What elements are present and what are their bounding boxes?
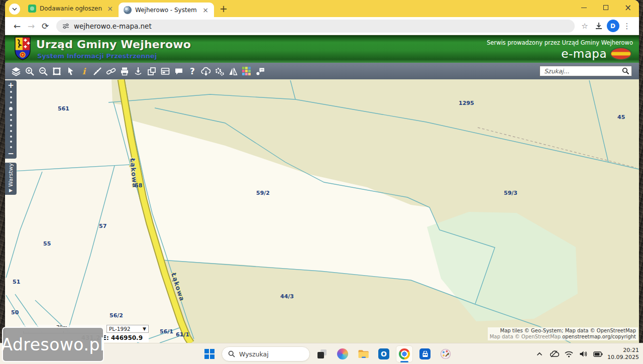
svg-text:59/2: 59/2	[256, 190, 270, 196]
outlook-button[interactable]: O	[375, 345, 392, 362]
browser-menu-icon[interactable]: ⋮	[620, 19, 634, 33]
map-attribution: Map tiles © Geo-System; Map data © OpenS…	[488, 327, 638, 340]
onedrive-icon[interactable]	[549, 349, 559, 359]
service-note: Serwis prowadzony przez Urząd Gminy Wejh…	[487, 39, 633, 46]
maximize-button[interactable]	[595, 0, 617, 15]
search-icon	[228, 350, 235, 357]
desktop-wallpaper: Dodawanie ogłoszenia | Otodo × Wejherowo…	[0, 0, 643, 364]
emapa-brand: e-mapa	[561, 47, 607, 60]
info-icon[interactable]: i	[77, 64, 90, 78]
map-canvas[interactable]: Łąkowa Łąkowa 561 1295 45 58 59/2 59/3 5…	[5, 79, 639, 343]
wifi-icon[interactable]	[564, 349, 574, 359]
tab-search-button[interactable]	[9, 4, 20, 15]
task-view-button[interactable]	[313, 345, 331, 362]
svg-text:i: i	[82, 66, 86, 76]
reload-button[interactable]: ⟳	[38, 19, 52, 33]
layers-icon[interactable]	[9, 64, 23, 78]
svg-text:44/3: 44/3	[280, 293, 294, 300]
zoom-out-button[interactable]: −	[8, 150, 14, 157]
zoom-in-button[interactable]: +	[8, 82, 14, 89]
battery-icon[interactable]	[593, 349, 603, 359]
svg-text:561: 561	[58, 105, 69, 112]
svg-text:57: 57	[99, 223, 106, 229]
start-button[interactable]	[201, 345, 218, 362]
tab-title: Dodawanie ogłoszenia | Otodo	[40, 5, 102, 12]
layers-panel-tab[interactable]: Warstwy ▶	[5, 163, 17, 195]
svg-text:51: 51	[13, 279, 20, 285]
cloud-services-icon[interactable]	[199, 64, 212, 78]
new-tab-button[interactable]: +	[217, 2, 230, 15]
crs-selector[interactable]: PL-1992 ▼	[106, 325, 149, 333]
feedback-icon[interactable]	[253, 64, 267, 78]
duplicate-view-icon[interactable]	[145, 64, 158, 78]
volume-icon[interactable]	[578, 349, 588, 359]
forward-button[interactable]: →	[24, 19, 38, 33]
map-search-box[interactable]	[540, 66, 632, 76]
bookmark-star-icon[interactable]: ☆	[578, 19, 592, 33]
expand-triangle-icon: ▶	[9, 188, 13, 193]
close-window-button[interactable]: ×	[617, 0, 639, 15]
composition-grid-icon[interactable]	[240, 64, 253, 78]
svg-text:?: ?	[190, 66, 195, 76]
tab-title: Wejherowo - System Informacj	[135, 7, 197, 14]
zoom-control[interactable]: + −	[5, 80, 17, 159]
print-icon[interactable]	[118, 64, 131, 78]
microsoft-store-button[interactable]	[416, 345, 434, 362]
downloads-icon[interactable]	[592, 19, 606, 33]
point-marker-icon[interactable]	[131, 64, 145, 78]
mirror-icon[interactable]	[226, 64, 240, 78]
select-extent-icon[interactable]	[50, 64, 63, 78]
link-icon[interactable]	[104, 64, 118, 78]
taskbar-search[interactable]: Wyszukaj	[222, 346, 310, 361]
window-controls: ×	[573, 0, 639, 15]
outlook-icon: O	[378, 348, 389, 359]
back-button[interactable]: ←	[10, 19, 24, 33]
svg-text:59/3: 59/3	[504, 190, 517, 196]
browser-toolbar: ← → ⟳ ☆ D ⋮	[5, 17, 639, 35]
close-tab-icon[interactable]: ×	[201, 6, 210, 14]
layout-panels-icon[interactable]	[158, 64, 172, 78]
task-view-icon	[317, 349, 327, 358]
coat-of-arms	[14, 37, 31, 61]
paint-button[interactable]	[437, 345, 454, 362]
tab-strip: Dodawanie ogłoszenia | Otodo × Wejherowo…	[5, 0, 639, 17]
url-input[interactable]	[74, 22, 569, 30]
gis-toolbar: i ?	[5, 63, 639, 79]
pointer-icon[interactable]	[63, 64, 77, 78]
attribution-link[interactable]: openstreetmap.org/copyright	[562, 334, 636, 339]
settings-icon[interactable]	[212, 64, 226, 78]
windows-logo-icon	[204, 349, 215, 359]
watermark: Adresowo.pl	[2, 327, 104, 362]
minimize-button[interactable]	[573, 0, 595, 15]
emapa-favicon-icon	[124, 6, 132, 14]
zoom-slider[interactable]	[9, 89, 13, 150]
map-search-input[interactable]	[544, 68, 622, 75]
help-icon[interactable]: ?	[185, 64, 199, 78]
zoom-in-icon[interactable]	[23, 64, 36, 78]
close-tab-icon[interactable]: ×	[105, 5, 115, 13]
page-title: Urząd Gminy Wejherowo	[36, 38, 191, 51]
site-header: Urząd Gminy Wejherowo System Informacji …	[5, 35, 639, 63]
copilot-button[interactable]	[334, 345, 351, 362]
file-explorer-button[interactable]	[355, 345, 372, 362]
tab-emapa[interactable]: Wejherowo - System Informacj ×	[119, 3, 214, 17]
svg-text:55: 55	[43, 240, 51, 247]
chrome-button-active[interactable]	[396, 345, 413, 362]
measure-icon[interactable]	[90, 64, 104, 78]
svg-text:61/1: 61/1	[176, 331, 189, 338]
zoom-out-icon[interactable]	[36, 64, 50, 78]
active-app-indicator	[400, 361, 408, 362]
paint-icon	[440, 348, 451, 359]
tab-otodom[interactable]: Dodawanie ogłoszenia | Otodo ×	[23, 2, 119, 16]
address-bar[interactable]	[56, 20, 575, 33]
annotation-icon[interactable]	[172, 64, 185, 78]
tray-expand-button[interactable]	[534, 349, 545, 359]
store-icon	[419, 348, 431, 359]
svg-text:1295: 1295	[459, 100, 474, 106]
site-settings-icon	[62, 23, 69, 30]
chevron-down-icon	[12, 7, 17, 11]
svg-text:50: 50	[11, 309, 19, 316]
otodom-favicon-icon	[28, 5, 36, 13]
taskbar-clock[interactable]: 20:21 10.09.2025	[607, 347, 639, 361]
profile-avatar[interactable]: D	[607, 20, 619, 32]
